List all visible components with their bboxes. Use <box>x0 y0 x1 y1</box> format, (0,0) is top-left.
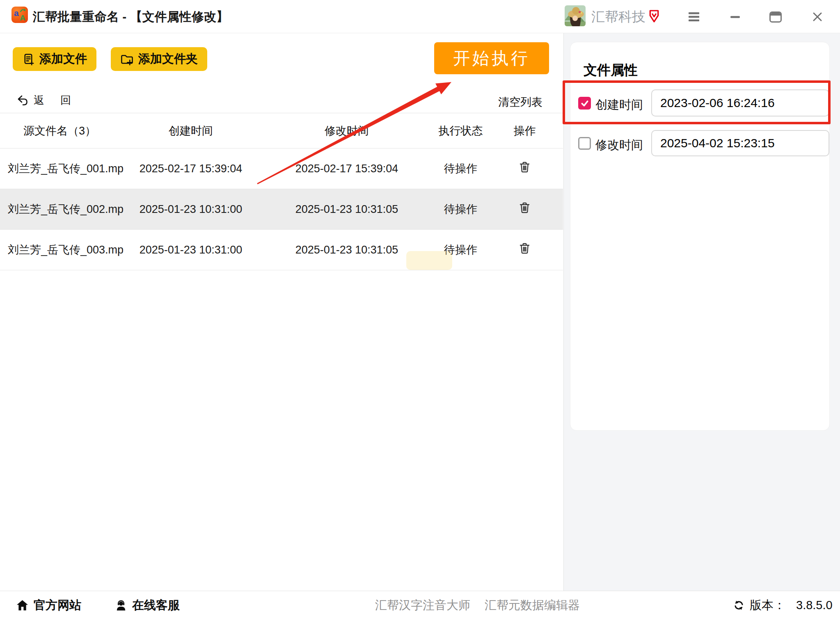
add-folder-button[interactable]: 添加文件夹 <box>111 47 207 71</box>
back-label: 返 回 <box>34 93 78 107</box>
add-file-label: 添加文件 <box>39 51 87 67</box>
panel-title: 文件属性 <box>584 61 638 80</box>
clear-list-button[interactable]: 清空列表 <box>498 95 542 110</box>
online-support-link[interactable]: 在线客服 <box>115 591 180 619</box>
metadata-editor-link[interactable]: 汇帮元数据编辑器 <box>485 591 580 619</box>
document-plus-icon <box>22 53 35 66</box>
cell-filename: 刘兰芳_岳飞传_001.mp3 <box>0 161 123 176</box>
cell-created: 2025-01-23 10:31:00 <box>123 203 259 216</box>
header-created: 创建时间 <box>123 123 259 138</box>
folder-plus-icon <box>120 53 134 66</box>
attributes-card: 文件属性 创建时间 修改时间 <box>570 42 830 431</box>
header-status: 执行状态 <box>435 123 486 138</box>
vip-badge-icon[interactable] <box>648 9 660 25</box>
cell-filename: 刘兰芳_岳飞传_002.mp3 <box>0 202 123 217</box>
header-source-name: 源文件名（3） <box>0 123 123 138</box>
titlebar: a A 汇帮批量重命名 - 【文件属性修改】 汇帮科技 <box>0 0 840 33</box>
created-time-label: 创建时间 <box>595 97 643 113</box>
back-arrow-icon <box>16 95 29 106</box>
maximize-icon <box>769 11 782 23</box>
delete-row-button[interactable] <box>486 161 563 174</box>
add-file-button[interactable]: 添加文件 <box>13 47 96 71</box>
delete-row-button[interactable] <box>486 242 563 255</box>
cell-status: 待操作 <box>435 161 486 176</box>
table-row[interactable]: 刘兰芳_岳飞传_001.mp3 2025-02-17 15:39:04 2025… <box>0 148 563 189</box>
hamburger-icon <box>689 12 699 21</box>
table-row[interactable]: 刘兰芳_岳飞传_002.mp3 2025-01-23 10:31:00 2025… <box>0 189 563 230</box>
refresh-icon[interactable] <box>733 600 745 611</box>
header-action: 操作 <box>486 123 563 138</box>
avatar[interactable] <box>565 5 586 26</box>
table-row[interactable]: 刘兰芳_岳飞传_003.mp3 2025-01-23 10:31:00 2025… <box>0 230 563 270</box>
version-number: 3.8.5.0 <box>796 598 833 612</box>
table-header: 源文件名（3） 创建时间 修改时间 执行状态 操作 <box>0 113 563 148</box>
maximize-button[interactable] <box>767 11 784 23</box>
check-icon <box>580 99 589 108</box>
app-logo-icon: a A <box>11 7 28 23</box>
delete-row-button[interactable] <box>486 201 563 214</box>
close-button[interactable] <box>810 11 825 23</box>
rename-arrow-icon <box>20 8 27 13</box>
headset-person-icon <box>115 600 127 611</box>
modified-time-label: 修改时间 <box>595 137 643 153</box>
trash-icon <box>519 242 531 255</box>
back-button[interactable]: 返 回 <box>16 93 78 107</box>
header-modified: 修改时间 <box>259 123 435 138</box>
footer: 官方网站 在线客服 汇帮汉字注音大师 汇帮元数据编辑器 版本： 3.8.5.0 <box>0 591 840 619</box>
official-site-link[interactable]: 官方网站 <box>16 591 81 619</box>
cell-filename: 刘兰芳_岳飞传_003.mp3 <box>0 242 123 257</box>
app-window: a A 汇帮批量重命名 - 【文件属性修改】 汇帮科技 <box>0 0 840 619</box>
menu-button[interactable] <box>686 11 702 22</box>
cell-modified: 2025-01-23 10:31:05 <box>259 203 435 216</box>
version-info: 版本： 3.8.5.0 <box>733 591 833 619</box>
trash-icon <box>519 201 531 214</box>
brand-name: 汇帮科技 <box>591 0 645 33</box>
cell-created: 2025-01-23 10:31:00 <box>123 244 259 256</box>
close-icon <box>813 12 822 22</box>
trash-icon <box>519 161 531 174</box>
file-list-pane: 添加文件 添加文件夹 开始执行 返 回 清空列表 源文件名（3） 创建时间 修改… <box>0 33 563 591</box>
attributes-pane: 文件属性 创建时间 修改时间 <box>563 33 840 591</box>
minimize-button[interactable] <box>727 11 743 22</box>
created-time-checkbox[interactable] <box>578 97 591 110</box>
minimize-icon <box>730 16 740 18</box>
cell-status: 待操作 <box>435 202 486 217</box>
cell-created: 2025-02-17 15:39:04 <box>123 162 259 175</box>
cell-modified: 2025-02-17 15:39:04 <box>259 162 435 175</box>
home-icon <box>16 599 29 611</box>
created-time-input[interactable] <box>651 89 829 116</box>
modified-time-checkbox[interactable] <box>578 137 591 150</box>
window-title: 汇帮批量重命名 - 【文件属性修改】 <box>33 0 229 33</box>
modified-time-input[interactable] <box>651 130 829 156</box>
add-folder-label: 添加文件夹 <box>138 51 198 67</box>
official-site-label: 官方网站 <box>34 597 81 614</box>
online-support-label: 在线客服 <box>132 597 180 614</box>
version-label: 版本： <box>750 597 785 614</box>
pinyin-master-link[interactable]: 汇帮汉字注音大师 <box>375 591 470 619</box>
watermark <box>406 251 452 270</box>
start-execute-button[interactable]: 开始执行 <box>434 42 549 74</box>
